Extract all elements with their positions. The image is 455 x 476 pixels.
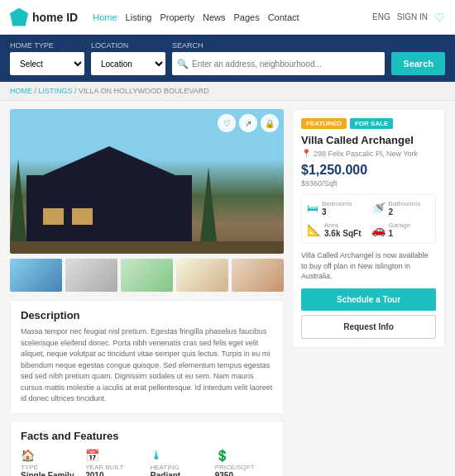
- left-column: ♡ ↗ 🔒 Description Massa tempor nec feugi…: [10, 109, 284, 476]
- fact-type-value: Single Family: [21, 471, 79, 477]
- badge-sale: FOR SALE: [350, 118, 393, 129]
- location-label: LOCATION: [91, 41, 165, 50]
- home-type-group: HOME TYPE Select: [10, 41, 84, 75]
- favorite-image-button[interactable]: ♡: [218, 114, 236, 132]
- fact-heating-icon: 🌡: [151, 449, 208, 462]
- stat-garage: 🚗 Garage 1: [371, 221, 431, 238]
- property-address-text: 298 Felix Pascalic Pl, New York: [314, 150, 418, 158]
- description-title: Description: [21, 309, 273, 321]
- navbar: home ID Home Listing Property News Pages…: [0, 0, 455, 35]
- main-content: ♡ ↗ 🔒 Description Massa tempor nec feugi…: [0, 101, 455, 476]
- fact-year-icon: 📅: [85, 449, 143, 462]
- breadcrumb-listings[interactable]: LISTINGS: [39, 87, 73, 95]
- bedrooms-value: 3: [322, 207, 352, 217]
- property-address: 📍 298 Felix Pascalic Pl, New York: [301, 149, 436, 158]
- breadcrumb: HOME / LISTINGS / VILLA ON HOLLYWOOD BOU…: [0, 82, 455, 101]
- fact-heating: 🌡 HEATING Radiant: [151, 449, 208, 477]
- home-type-label: HOME TYPE: [10, 41, 84, 50]
- nav-contact[interactable]: Contact: [268, 12, 299, 22]
- thumb-4[interactable]: [176, 259, 228, 292]
- lock-image-button[interactable]: 🔒: [261, 114, 279, 132]
- right-column: FEATURED FOR SALE Villa Called Archangel…: [292, 109, 445, 476]
- search-input-group: SEARCH 🔍: [172, 41, 385, 75]
- description-text: Massa tempor nec feugiat nisl pretium. E…: [21, 326, 273, 405]
- nav-home[interactable]: Home: [93, 12, 117, 22]
- nav-listing[interactable]: Listing: [126, 12, 152, 22]
- property-price: $1,250.000: [301, 163, 436, 178]
- thumb-5[interactable]: [232, 259, 284, 292]
- schedule-tour-button[interactable]: Schedule a Tour: [301, 288, 436, 311]
- area-value: 3.6k SqFt: [324, 229, 361, 238]
- nav-right: ENG SIGN IN ♡: [372, 11, 445, 24]
- search-input-label: SEARCH: [172, 41, 385, 50]
- fact-year-label: YEAR BUILT: [85, 464, 143, 471]
- search-button[interactable]: Search: [391, 52, 445, 75]
- nav-pages[interactable]: Pages: [233, 12, 259, 22]
- facts-title: Facts and Features: [21, 430, 273, 442]
- bathrooms-icon: 🚿: [371, 202, 386, 215]
- share-image-button[interactable]: ↗: [239, 114, 257, 132]
- stat-bathrooms: 🚿 Bathrooms 2: [371, 200, 431, 217]
- heart-icon[interactable]: ♡: [434, 11, 445, 24]
- location-group: LOCATION Location: [91, 41, 165, 75]
- property-badges: FEATURED FOR SALE: [301, 118, 436, 129]
- facts-section: Facts and Features 🏠 TYPE Single Family …: [10, 421, 284, 477]
- search-icon: 🔍: [177, 59, 189, 69]
- fact-price-value: 9350: [215, 471, 273, 477]
- logo-icon: [10, 8, 28, 26]
- search-input[interactable]: [192, 60, 380, 69]
- bathrooms-value: 2: [389, 207, 421, 217]
- property-description: Villa Called Archangel is now available …: [301, 250, 436, 282]
- logo[interactable]: home ID: [10, 8, 78, 26]
- logo-text: home ID: [32, 11, 78, 24]
- thumb-3[interactable]: [121, 259, 173, 292]
- fact-type: 🏠 TYPE Single Family: [21, 449, 79, 477]
- garage-label: Garage: [389, 221, 411, 229]
- property-title: Villa Called Archangel: [301, 134, 436, 146]
- bedrooms-icon: 🛏: [307, 202, 318, 215]
- stat-area: 📐 Area 3.6k SqFt: [307, 221, 366, 238]
- bedrooms-label: Bedrooms: [322, 200, 352, 207]
- garage-value: 1: [389, 229, 411, 238]
- fact-price-icon: 💲: [215, 449, 273, 462]
- property-card: FEATURED FOR SALE Villa Called Archangel…: [292, 109, 445, 348]
- area-icon: 📐: [307, 223, 321, 236]
- request-info-button[interactable]: Request Info: [301, 315, 436, 339]
- fact-type-label: TYPE: [21, 464, 79, 471]
- location-select[interactable]: Location: [91, 52, 165, 75]
- pin-icon: 📍: [301, 149, 311, 158]
- fact-price-label: PRICE/SQFT: [215, 464, 273, 471]
- fact-heating-label: HEATING: [151, 464, 208, 471]
- area-label: Area: [324, 221, 361, 229]
- fact-heating-value: Radiant: [151, 471, 208, 477]
- breadcrumb-home[interactable]: HOME: [10, 87, 32, 95]
- breadcrumb-current: VILLA ON HOLLYWOOD BOULEVARD: [79, 87, 209, 95]
- nav-links: Home Listing Property News Pages Contact: [93, 12, 372, 22]
- search-bar: HOME TYPE Select LOCATION Location SEARC…: [0, 35, 455, 82]
- description-section: Description Massa tempor nec feugiat nis…: [10, 300, 284, 414]
- bathrooms-label: Bathrooms: [389, 200, 421, 207]
- fact-year-value: 2010: [85, 471, 143, 477]
- sign-in-button[interactable]: SIGN IN: [397, 12, 428, 21]
- badge-featured: FEATURED: [301, 118, 347, 129]
- thumb-2[interactable]: [65, 259, 117, 292]
- main-image: ♡ ↗ 🔒: [10, 109, 284, 254]
- nav-property[interactable]: Property: [160, 12, 194, 22]
- fact-price: 💲 PRICE/SQFT 9350: [215, 449, 273, 477]
- thumbnails: [10, 259, 284, 292]
- fact-year: 📅 YEAR BUILT 2010: [85, 449, 143, 477]
- fact-type-icon: 🏠: [21, 449, 79, 462]
- facts-grid: 🏠 TYPE Single Family 📅 YEAR BUILT 2010 🌡…: [21, 449, 273, 477]
- lang-selector[interactable]: ENG: [372, 12, 390, 21]
- image-actions: ♡ ↗ 🔒: [218, 114, 279, 132]
- stat-bedrooms: 🛏 Bedrooms 3: [307, 200, 366, 217]
- garage-icon: 🚗: [371, 223, 386, 236]
- property-stats: 🛏 Bedrooms 3 🚿 Bathrooms 2 📐: [301, 194, 436, 244]
- price-sqft: $9360/Sqft: [301, 179, 436, 188]
- nav-news[interactable]: News: [203, 12, 226, 22]
- home-type-select[interactable]: Select: [10, 52, 84, 75]
- thumb-1[interactable]: [10, 259, 62, 292]
